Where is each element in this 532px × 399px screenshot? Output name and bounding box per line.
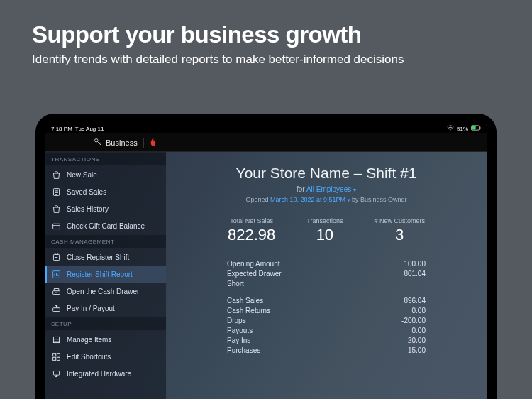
section-cash-management: CASH MANAGEMENT	[45, 234, 166, 248]
svg-rect-16	[53, 371, 59, 375]
nav-close-register[interactable]: Close Register Shift	[45, 248, 166, 266]
svg-rect-15	[57, 357, 60, 360]
opened-date: March 10, 2022 at 9:51PM	[270, 196, 345, 203]
nav-new-sale[interactable]: New Sale	[45, 166, 166, 183]
top-bar: Business	[45, 133, 487, 152]
svg-rect-3	[480, 127, 480, 129]
svg-rect-10	[52, 307, 60, 311]
svg-point-0	[450, 129, 450, 130]
close-register-icon	[51, 252, 61, 262]
ledger-row: Cash Sales896.04	[227, 295, 426, 305]
ledger-value: -200.00	[401, 317, 426, 324]
bag-history-icon	[51, 204, 61, 214]
ledger-row: Purchases-15.00	[227, 345, 426, 355]
svg-rect-12	[52, 353, 55, 356]
opened-prefix: Opened	[245, 196, 268, 203]
status-bar: 7:18 PM Tue Aug 11 51%	[45, 124, 487, 133]
ledger-label: Cash Returns	[227, 307, 270, 315]
status-battery-text: 51%	[457, 126, 468, 132]
nav-open-drawer[interactable]: Open the Cash Drawer	[45, 283, 166, 300]
nav-label: Register Shift Report	[67, 270, 133, 278]
nav-label: Manage Items	[67, 336, 111, 344]
ledger-label: Drops	[227, 317, 246, 324]
ledger-label: Opening Amount	[227, 260, 280, 268]
nav-check-gift[interactable]: Check Gift Card Balance	[45, 217, 166, 234]
stat-net-sales: Total Net Sales 822.98	[228, 217, 275, 244]
nav-edit-shortcuts[interactable]: Edit Shortcuts	[45, 348, 166, 365]
for-prefix: for	[297, 185, 305, 193]
svg-rect-14	[52, 357, 55, 360]
items-icon	[51, 334, 61, 344]
stat-label: # New Customers	[374, 217, 425, 224]
stat-label: Total Net Sales	[228, 217, 275, 224]
chevron-down-icon: ▾	[348, 197, 350, 202]
nav-label: Open the Cash Drawer	[67, 288, 139, 295]
ledger-label: Short	[227, 280, 244, 288]
ledger-value: 0.00	[412, 327, 426, 334]
gift-card-icon	[51, 221, 61, 231]
svg-rect-2	[472, 126, 476, 130]
nav-saved-sales[interactable]: Saved Sales	[45, 183, 166, 200]
ledger-label: Pay Ins	[227, 337, 250, 344]
business-label: Business	[106, 138, 138, 147]
stat-transactions: Transactions 10	[306, 217, 343, 244]
ledger-table: Opening Amount100.00Expected Drawer801.0…	[227, 258, 426, 355]
nav-label: Check Gift Card Balance	[67, 222, 145, 230]
stat-label: Transactions	[306, 217, 343, 224]
ledger-row: Cash Returns0.00	[227, 305, 426, 315]
ledger-row: Pay Ins20.00	[227, 335, 426, 345]
ledger-value: 20.00	[408, 337, 426, 344]
nav-label: Integrated Hardware	[67, 370, 131, 378]
payinout-icon	[51, 303, 61, 313]
ledger-row: Payouts0.00	[227, 325, 426, 335]
opened-line[interactable]: Opened March 10, 2022 at 9:51PM ▾ by Bus…	[183, 196, 470, 203]
hero-subtitle: Identify trends with detailed reports to…	[32, 53, 500, 67]
opened-by-prefix: by	[352, 196, 359, 203]
svg-rect-13	[57, 353, 60, 356]
ledger-row: Drops-200.00	[227, 315, 426, 325]
flame-icon	[150, 138, 157, 148]
ledger-label: Cash Sales	[227, 297, 263, 305]
status-time: 7:18 PM	[51, 126, 72, 132]
nav-sales-history[interactable]: Sales History	[45, 200, 166, 217]
business-menu[interactable]: Business	[94, 138, 138, 148]
key-icon	[94, 138, 102, 148]
for-line[interactable]: for All Employees ▾	[183, 185, 470, 193]
status-date: Tue Aug 11	[75, 126, 104, 132]
ledger-row: Expected Drawer801.04	[227, 268, 426, 278]
report-icon	[51, 269, 61, 279]
stat-value: 3	[374, 226, 425, 244]
sidebar: TRANSACTIONS New Sale Saved Sales Sales …	[45, 152, 166, 399]
tablet-frame: 7:18 PM Tue Aug 11 51% Business	[35, 114, 497, 399]
nav-label: Sales History	[67, 205, 109, 213]
ledger-value: 0.00	[412, 307, 426, 315]
opened-by: Business Owner	[360, 196, 407, 203]
stat-value: 10	[306, 226, 343, 244]
nav-label: Edit Shortcuts	[67, 353, 111, 361]
store-title: Your Store Name – Shift #1	[183, 165, 470, 182]
nav-register-report[interactable]: Register Shift Report	[45, 266, 166, 283]
bag-icon	[51, 170, 61, 180]
ledger-label: Purchases	[227, 346, 260, 354]
drawer-icon	[51, 286, 61, 296]
hero-title: Support your business growth	[32, 21, 500, 48]
shortcuts-icon	[51, 351, 61, 361]
report-panel: Your Store Name – Shift #1 for All Emplo…	[166, 152, 487, 399]
nav-label: Pay In / Payout	[67, 305, 115, 312]
summary-stats: Total Net Sales 822.98 Transactions 10 #…	[183, 217, 470, 244]
nav-integrated-hw[interactable]: Integrated Hardware	[45, 365, 166, 382]
ledger-label: Payouts	[227, 327, 253, 334]
ledger-row: Opening Amount100.00	[227, 258, 426, 268]
stat-value: 822.98	[228, 226, 275, 244]
for-target: All Employees	[306, 185, 351, 193]
nav-manage-items[interactable]: Manage Items	[45, 331, 166, 348]
topbar-divider	[143, 138, 144, 148]
nav-label: Saved Sales	[67, 188, 106, 196]
section-transactions: TRANSACTIONS	[45, 152, 166, 166]
svg-rect-6	[52, 224, 60, 229]
stat-new-customers: # New Customers 3	[374, 217, 425, 244]
clipboard-icon	[51, 187, 61, 197]
ledger-label: Expected Drawer	[227, 270, 282, 278]
battery-icon	[471, 125, 481, 132]
nav-pay-in-out[interactable]: Pay In / Payout	[45, 300, 166, 317]
